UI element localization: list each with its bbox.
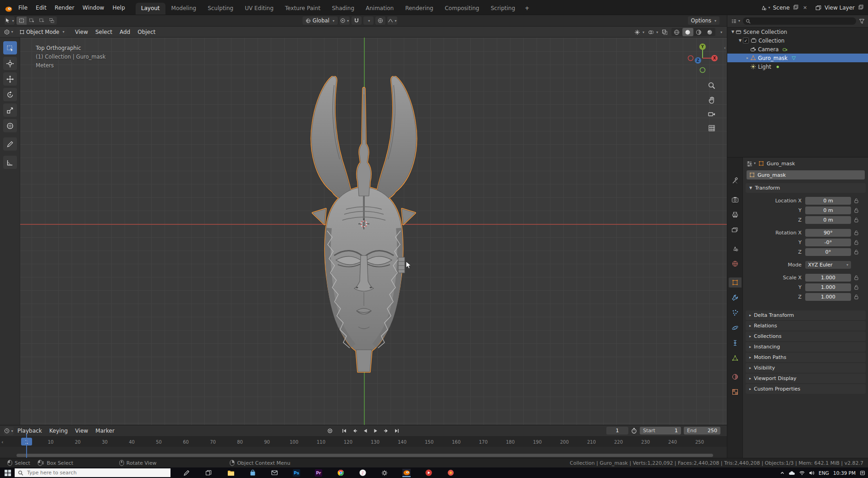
lock-icon[interactable] [851,230,861,235]
properties-tab-material[interactable] [729,372,742,382]
blender-logo-icon[interactable] [5,6,12,12]
filter-icon[interactable] [859,18,865,24]
volume-icon[interactable] [809,471,814,475]
file-explorer-icon[interactable] [226,469,235,477]
camera-view-icon[interactable] [708,110,716,118]
settings-icon[interactable] [380,469,389,477]
properties-tab-view-layer[interactable] [729,225,742,235]
menu-edit[interactable]: Edit [32,1,50,15]
tray-expand-icon[interactable] [780,471,785,475]
notification-center-icon[interactable] [860,470,865,476]
menu-keying[interactable]: Keying [46,426,71,436]
media-red-icon[interactable] [424,469,433,477]
lock-icon[interactable] [851,294,861,299]
timeline-track-area[interactable] [0,447,727,458]
transform-tool[interactable] [3,119,17,132]
outliner-display-mode-icon[interactable]: ▾ [731,18,740,24]
current-frame-field[interactable]: 1 [606,427,628,435]
properties-editor-icon[interactable]: ▾ [747,161,756,167]
value-field[interactable]: 0° [805,248,851,256]
transform-panel-header[interactable]: ▼Transform [746,183,866,193]
options-dropdown[interactable]: Options▾ [688,16,720,25]
delete-scene-button[interactable]: × [802,5,808,11]
cursor-tool[interactable] [3,57,17,70]
workspace-tab-layout[interactable]: Layout [136,3,165,15]
panel-header-delta-transform[interactable]: ▸Delta Transform [746,310,866,320]
menu-add[interactable]: Add [116,27,134,37]
snap-magnet-icon[interactable] [352,16,362,25]
view-layer-name[interactable]: View Layer [824,5,855,11]
toggle-xray-icon[interactable] [662,29,668,35]
properties-tab-object-data[interactable] [729,353,742,363]
panel-header-relations[interactable]: ▸Relations [746,321,866,331]
new-view-layer-button[interactable] [857,5,864,11]
properties-tab-constraints[interactable] [729,338,742,348]
transform-orientation-dropdown[interactable]: Global▾ [302,16,338,25]
properties-tab-scene[interactable] [729,244,742,254]
shading-material-icon[interactable] [693,28,704,36]
photoshop-icon[interactable]: Ps [292,469,301,477]
clock[interactable]: 10:39 PM [833,470,856,476]
menu-window[interactable]: Window [78,1,108,15]
mail-icon[interactable] [270,469,279,477]
store-icon[interactable] [248,469,257,477]
workspace-tab-modeling[interactable]: Modeling [166,3,202,15]
properties-tab-tool[interactable] [729,176,742,186]
lock-icon[interactable] [851,198,861,203]
annotate-tool[interactable] [3,137,17,151]
lock-icon[interactable] [851,250,861,255]
value-field[interactable]: 0 m [805,216,851,224]
lock-icon[interactable] [851,275,861,280]
workspace-tab-uv-editing[interactable]: UV Editing [239,3,279,15]
blender-icon[interactable] [402,469,411,477]
menu-render[interactable]: Render [50,1,78,15]
ink-workspace-icon[interactable] [182,469,191,477]
scene-icon[interactable]: ▾ [760,5,770,11]
show-overlays-dropdown[interactable]: ▾ [648,29,658,35]
panel-header-viewport-display[interactable]: ▸Viewport Display [746,374,866,383]
sidebar-toggle-arrow[interactable]: ‹ [724,45,726,51]
premiere-icon[interactable]: Pr [314,469,323,477]
workspace-tab-texture-paint[interactable]: Texture Paint [280,3,326,15]
shading-rendered-icon[interactable] [704,28,715,36]
box-select-tool[interactable] [3,41,17,54]
light-data-icon[interactable] [775,64,780,70]
search-input[interactable] [26,469,152,476]
auto-keying-stopwatch-icon[interactable] [631,428,637,434]
jump-start-button[interactable] [340,427,349,435]
select-mode-new-icon[interactable] [16,16,27,25]
lock-icon[interactable] [851,240,861,245]
proportional-editing-icon[interactable] [375,16,385,25]
taskbar-search[interactable] [15,468,170,477]
menu-help[interactable]: Help [108,1,129,15]
select-mode-subtract-icon[interactable] [37,16,47,25]
menu-view[interactable]: View [71,27,91,37]
timeline-editor-icon[interactable]: ▾ [4,427,14,435]
task-view-icon[interactable] [204,469,213,477]
object-name-field[interactable]: Guro_mask [747,170,865,179]
prev-keyframe-button[interactable] [350,427,359,435]
zoom-icon[interactable] [708,81,716,90]
workspace-tab-scripting[interactable]: Scripting [485,3,521,15]
shading-solid-icon[interactable] [682,28,693,36]
outliner-row-light[interactable]: Light [727,62,868,71]
network-icon[interactable] [799,471,805,475]
move-tool[interactable] [3,72,17,86]
workspace-tab-shading[interactable]: Shading [326,3,360,15]
mode-dropdown[interactable]: Object Mode▾ [16,28,67,36]
workspace-tab-compositing[interactable]: Compositing [439,3,484,15]
disclosure-triangle[interactable]: ▼ [737,38,743,43]
properties-tab-texture[interactable] [729,387,742,397]
camera-data-icon[interactable] [782,47,788,52]
start-button-icon[interactable] [5,470,11,476]
value-field[interactable]: -0° [805,239,851,246]
disclosure-triangle[interactable]: ▸ [745,56,750,60]
properties-tab-particles[interactable] [729,308,742,318]
collection-checkbox[interactable]: ✓ [743,38,749,43]
outliner-row-camera[interactable]: Camera [727,45,868,54]
menu-select[interactable]: Select [92,27,116,37]
select-mode-extend-icon[interactable] [27,16,37,25]
properties-tab-render[interactable] [729,195,742,205]
scale-tool[interactable] [3,103,17,117]
snap-target-dropdown[interactable]: ▾ [363,16,374,25]
